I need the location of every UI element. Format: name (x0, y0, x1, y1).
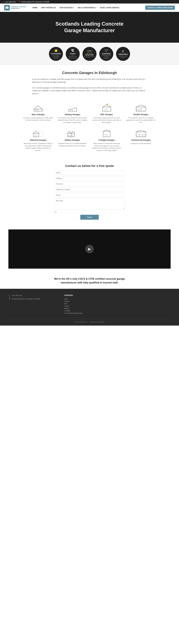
logo-text: CONCRETE GARAGES EDINBURGH (11, 6, 26, 9)
elite-garage-icon: 👑 (101, 104, 112, 112)
footer-link-xheight[interactable]: X-Height (64, 310, 115, 312)
badge-excellent: RATED ★★★★★ EXCELLENT AT REVIEWS.CO.UK (82, 47, 96, 61)
svg-rect-33 (140, 134, 142, 137)
message-input[interactable] (54, 198, 124, 210)
logo[interactable]: CONCRETE GARAGES EDINBURGH (4, 5, 26, 10)
gdpr-checkbox[interactable] (54, 211, 56, 213)
apex-garage-icon (32, 104, 44, 112)
hero-section: Scotlands Leading ConcreteGarage Manufac… (0, 12, 179, 43)
nav-our-garages[interactable]: OUR GARAGES ▾ (58, 4, 76, 12)
svg-marker-2 (34, 106, 42, 109)
hero-title: Scotlands Leading ConcreteGarage Manufac… (56, 21, 124, 34)
battery-garage-desc: A popular choice for our private landlor… (57, 142, 88, 147)
address-input[interactable] (54, 176, 124, 180)
nav-base-laying[interactable]: BASE LAYING SERVICE (98, 4, 121, 12)
guarantee-icon: 🛡 (105, 49, 108, 52)
xheight-garage-desc: More suited for commercial clients that … (92, 142, 122, 152)
garage-card-apex[interactable]: Apex Garages Our apex concrete garages a… (21, 101, 55, 126)
outstanding-icon: ⭐ (54, 49, 58, 52)
name-input[interactable] (54, 170, 124, 175)
xheight-garage-title: X-Height Garages (92, 139, 122, 141)
elite-garage-title: Elite Garages (92, 113, 122, 116)
nav-why-choose[interactable]: WHY CHOOSE US (39, 4, 58, 12)
video-section[interactable]: ▶ (8, 230, 170, 268)
footer-phone: 📞 0131 584 0142 (8, 294, 59, 296)
garage-card-xheight[interactable]: X-Height Garages More suited for commerc… (90, 126, 124, 154)
apex-garage-desc: Our apex concrete garages are really sui… (23, 117, 53, 121)
nav-help[interactable]: HELP & RESOURCES ▾ (76, 4, 98, 12)
main-para-2: Our concrete garages or sometimes known … (29, 85, 150, 96)
nav-links: HOME WHY CHOOSE US OUR GARAGES ▾ HELP & … (30, 4, 175, 12)
sturdy-icon: 🏗 (71, 49, 74, 52)
footer-link-battery[interactable]: Battery (64, 308, 115, 309)
footer-contact-col: 📞 0131 584 0142 📍 46 Morningside Rd, Edi… (8, 294, 59, 315)
address-contact: 📍 46 Morningside Rd, Edinburgh, EH104BF (18, 1, 49, 3)
footer-link-apex[interactable]: Apex (64, 298, 115, 300)
nav-home[interactable]: HOME (30, 4, 39, 12)
svg-marker-18 (33, 131, 39, 133)
badge-sturdy: 🏗 STURDY SOLID CONSTRUCTION BUILT TO LAS… (66, 47, 80, 61)
stars-icon: ★★★★★ (86, 52, 93, 54)
garage-card-attached[interactable]: Attached Garages Also known as lean to g… (21, 126, 55, 154)
svg-rect-11 (105, 109, 107, 111)
sloping-garage-icon (67, 104, 78, 112)
send-button[interactable]: Send (80, 215, 99, 220)
attached-garage-icon (32, 129, 44, 138)
logo-svg (5, 6, 9, 10)
main-nav: CONCRETE GARAGES EDINBURGH HOME WHY CHOO… (0, 4, 179, 12)
garage-grid: Apex Garages Our apex concrete garages a… (12, 96, 166, 159)
garage-card-sloping[interactable]: Sloping Garages This range is most suite… (55, 101, 90, 126)
footer-bottom: Terms Of Business Notice of Cancellation (8, 319, 170, 323)
logo-icon (4, 5, 10, 10)
email-input[interactable] (54, 193, 124, 198)
price-icon: £ (122, 50, 124, 53)
certify-text: We're the UK's only CSCS & CITB certifie… (11, 277, 168, 284)
badge-unbeatable: £ UNBEATABLE LIKE-FOR-LIKE PRICES (116, 47, 130, 61)
garage-card-elite[interactable]: 👑 Elite Garages Our premier range and by… (90, 101, 124, 126)
badge-outstanding: ⭐ OUTSTANDING DEDICATED CUSTOMER SERVICE (49, 47, 63, 61)
footer-notice-link[interactable]: Notice of Cancellation (90, 321, 105, 323)
footer-location-icon: 📍 (8, 298, 11, 300)
svg-rect-26 (72, 135, 73, 137)
sloping-garage-title: Sloping Garages (57, 113, 88, 116)
garage-card-commercial[interactable]: Commercial Garages Looking for a large w… (124, 126, 158, 154)
gdpr-checkbox-area (54, 211, 124, 213)
phone-icon: 📞 (3, 1, 5, 3)
svg-marker-22 (68, 131, 71, 133)
footer-link-sloping[interactable]: Sloping (64, 300, 115, 302)
chevron-down-icon: ▾ (73, 7, 74, 9)
footer-link-elite[interactable]: Elite (64, 303, 115, 304)
footer-link-double[interactable]: Double (64, 305, 115, 307)
garage-card-battery[interactable]: Battery Garages A popular choice for our… (55, 126, 90, 154)
garage-card-double[interactable]: Double Garages If you have the room for … (124, 101, 158, 126)
badge-guarantee: 🛡 GUARANTEE COMPREHENSIVE 10 YEAR WARRAN… (99, 47, 113, 61)
battery-garage-icon (67, 129, 78, 138)
footer: 📞 0131 584 0142 📍 46 Morningside Rd, Edi… (0, 289, 179, 326)
phone-contact: 📞 0131 584 0142 (3, 1, 16, 3)
chevron-down-icon-2: ▾ (95, 7, 96, 9)
video-play-button[interactable]: ▶ (85, 245, 94, 253)
footer-garages-col: GARAGES Apex Sloping Elite Double Batter… (64, 294, 115, 315)
svg-rect-34 (143, 134, 145, 137)
main-para-1: If you are looking for a reliable concre… (29, 76, 150, 85)
postcode-input[interactable] (54, 182, 124, 186)
nav-contact[interactable]: CONTACT & AREAS WE COVER (145, 6, 175, 10)
double-garage-desc: If you have the room for it our double g… (126, 117, 156, 124)
svg-rect-20 (39, 132, 43, 137)
footer-link-commercial[interactable]: Commercial Garages East (64, 312, 115, 314)
battery-garage-title: Battery Garages (57, 139, 88, 141)
svg-rect-7 (70, 110, 72, 111)
commercial-garage-title: Commercial Garages (126, 139, 156, 141)
svg-rect-25 (68, 135, 69, 137)
svg-rect-5 (36, 110, 38, 111)
footer-terms-link[interactable]: Terms Of Business (74, 321, 87, 323)
top-bar: 📞 0131 584 0142 📍 46 Morningside Rd, Edi… (0, 0, 179, 4)
contact-section: Contact us below for a free quote Send (0, 158, 179, 225)
phone-input[interactable] (54, 187, 124, 192)
badges-section: ⭐ OUTSTANDING DEDICATED CUSTOMER SERVICE… (0, 43, 179, 65)
svg-marker-24 (71, 131, 74, 133)
svg-rect-27 (103, 131, 110, 137)
double-garage-icon (135, 104, 146, 112)
footer-address: 📍 46 Morningside Rd, Edinburgh, EH104BF (8, 298, 59, 300)
main-section-heading: Concrete Garages In Edinburgh (0, 65, 179, 76)
